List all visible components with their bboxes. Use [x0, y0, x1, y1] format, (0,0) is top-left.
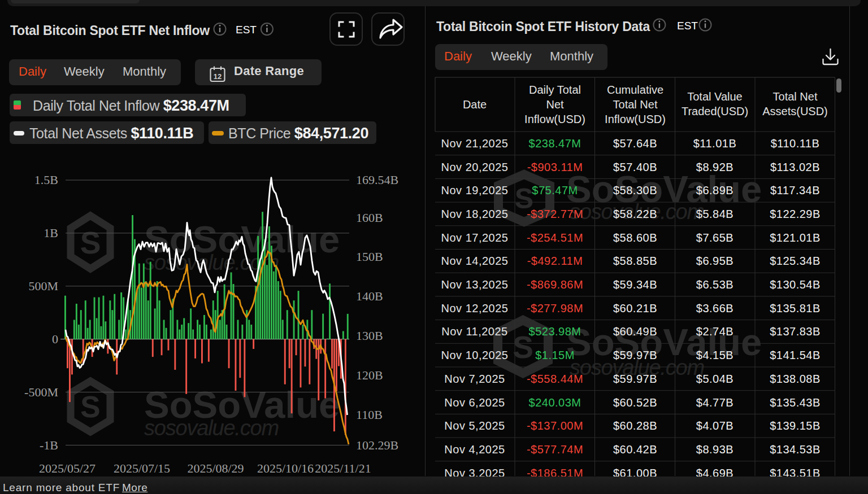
svg-text:$238.47M: $238.47M: [529, 137, 581, 150]
svg-text:Nov 4,2025: Nov 4,2025: [444, 443, 505, 456]
svg-text:1B: 1B: [44, 226, 58, 240]
svg-text:$57.64B: $57.64B: [613, 137, 657, 150]
svg-text:-1B: -1B: [40, 438, 58, 452]
svg-text:$122.29B: $122.29B: [770, 208, 821, 220]
svg-text:$60.42B: $60.42B: [613, 443, 657, 456]
svg-text:-$137.00M: -$137.00M: [527, 419, 583, 432]
svg-text:130B: 130B: [356, 329, 383, 343]
svg-text:Nov 17,2025: Nov 17,2025: [441, 231, 509, 244]
svg-text:-$903.11M: -$903.11M: [527, 161, 583, 173]
svg-text:Nov 20,2025: Nov 20,2025: [441, 161, 509, 173]
svg-text:$138.08B: $138.08B: [770, 373, 821, 385]
svg-text:2025/07/15: 2025/07/15: [114, 461, 170, 475]
svg-text:$125.34B: $125.34B: [770, 255, 821, 267]
svg-text:$130.54B: $130.54B: [770, 278, 821, 291]
svg-text:102.29B: 102.29B: [356, 438, 398, 452]
svg-text:2025/08/29: 2025/08/29: [187, 461, 244, 475]
svg-text:$4.07B: $4.07B: [696, 419, 734, 432]
svg-text:160B: 160B: [356, 211, 383, 225]
svg-text:$59.34B: $59.34B: [613, 278, 657, 291]
svg-text:$58.22B: $58.22B: [613, 208, 657, 220]
svg-text:$137.83B: $137.83B: [770, 325, 821, 338]
svg-text:$134.53B: $134.53B: [770, 443, 821, 456]
svg-text:$117.34B: $117.34B: [770, 184, 820, 196]
svg-text:-$577.74M: -$577.74M: [527, 443, 583, 456]
svg-text:2025/05/27: 2025/05/27: [39, 461, 96, 475]
svg-text:$523.98M: $523.98M: [529, 325, 581, 338]
svg-text:-$869.86M: -$869.86M: [527, 278, 583, 291]
svg-text:$5.04B: $5.04B: [696, 373, 734, 385]
svg-text:Nov 18,2025: Nov 18,2025: [441, 208, 509, 220]
svg-text:Total Net: Total Net: [773, 90, 818, 103]
svg-text:S: S: [80, 225, 101, 260]
svg-text:-500M: -500M: [24, 385, 58, 399]
svg-text:Traded(USD): Traded(USD): [682, 105, 748, 117]
svg-text:Nov 7,2025: Nov 7,2025: [444, 373, 505, 385]
svg-text:$60.21B: $60.21B: [613, 302, 657, 314]
svg-text:$59.97B: $59.97B: [613, 349, 657, 361]
svg-text:$6.53B: $6.53B: [696, 278, 734, 291]
svg-text:$58.85B: $58.85B: [613, 255, 657, 267]
svg-text:$5.84B: $5.84B: [696, 208, 734, 220]
svg-text:120B: 120B: [356, 368, 383, 382]
svg-text:Nov 6,2025: Nov 6,2025: [444, 396, 505, 409]
svg-text:$1.15M: $1.15M: [535, 349, 575, 361]
svg-text:$113.02B: $113.02B: [770, 161, 820, 173]
svg-text:110B: 110B: [356, 408, 383, 422]
svg-text:$57.40B: $57.40B: [613, 161, 657, 173]
svg-text:$4.15B: $4.15B: [696, 349, 734, 361]
svg-text:Nov 21,2025: Nov 21,2025: [441, 137, 509, 150]
svg-text:12: 12: [214, 72, 222, 81]
svg-text:Nov 5,2025: Nov 5,2025: [444, 419, 505, 432]
svg-text:-$492.11M: -$492.11M: [527, 255, 583, 267]
svg-text:$135.43B: $135.43B: [770, 396, 821, 409]
svg-text:S: S: [80, 390, 100, 423]
svg-text:$4.77B: $4.77B: [696, 396, 734, 409]
svg-text:Nov 11,2025: Nov 11,2025: [441, 325, 507, 338]
svg-text:$240.03M: $240.03M: [529, 396, 581, 409]
svg-text:$6.95B: $6.95B: [696, 255, 734, 267]
svg-text:150B: 150B: [356, 250, 383, 264]
svg-text:Inflow(USD): Inflow(USD): [524, 113, 585, 125]
svg-text:$75.47M: $75.47M: [532, 184, 578, 196]
svg-text:$60.52B: $60.52B: [613, 396, 657, 409]
svg-text:$8.93B: $8.93B: [696, 443, 734, 456]
svg-text:$3.66B: $3.66B: [696, 302, 734, 314]
svg-text:-$558.44M: -$558.44M: [527, 373, 583, 385]
svg-text:Nov 13,2025: Nov 13,2025: [441, 278, 509, 291]
svg-text:Nov 14,2025: Nov 14,2025: [441, 255, 509, 267]
svg-text:Total Net: Total Net: [613, 98, 658, 111]
svg-text:Inflow(USD): Inflow(USD): [605, 113, 666, 125]
svg-text:140B: 140B: [356, 289, 383, 303]
svg-text:-$372.77M: -$372.77M: [527, 208, 583, 220]
svg-text:$6.89B: $6.89B: [696, 184, 734, 196]
svg-text:$135.81B: $135.81B: [770, 302, 821, 314]
svg-text:Nov 19,2025: Nov 19,2025: [441, 184, 509, 196]
svg-text:Net: Net: [546, 98, 564, 111]
svg-text:-$277.98M: -$277.98M: [527, 302, 583, 314]
svg-text:$7.65B: $7.65B: [696, 231, 734, 244]
svg-text:$58.60B: $58.60B: [613, 231, 657, 244]
svg-text:500M: 500M: [28, 279, 58, 293]
svg-text:$11.01B: $11.01B: [693, 137, 737, 150]
svg-text:$110.11B: $110.11B: [771, 137, 820, 150]
svg-text:$60.49B: $60.49B: [613, 325, 657, 338]
svg-text:$60.28B: $60.28B: [613, 419, 657, 432]
svg-text:-$254.51M: -$254.51M: [527, 231, 583, 244]
svg-text:2025/10/16: 2025/10/16: [257, 461, 314, 475]
svg-text:$139.15B: $139.15B: [770, 419, 821, 432]
svg-text:sosovalue.com: sosovalue.com: [144, 416, 279, 440]
svg-text:$8.92B: $8.92B: [696, 161, 734, 173]
svg-text:Assets(USD): Assets(USD): [762, 105, 828, 117]
svg-text:169.54B: 169.54B: [356, 173, 398, 187]
svg-text:Total Value: Total Value: [687, 90, 742, 103]
svg-text:1.5B: 1.5B: [34, 173, 58, 187]
svg-text:Nov 10,2025: Nov 10,2025: [441, 349, 509, 361]
svg-text:$59.97B: $59.97B: [613, 373, 657, 385]
svg-text:2025/11/21: 2025/11/21: [315, 461, 371, 475]
svg-text:Nov 12,2025: Nov 12,2025: [441, 302, 509, 314]
svg-text:Date: Date: [463, 98, 487, 111]
svg-text:$141.54B: $141.54B: [770, 349, 821, 361]
svg-text:$2.74B: $2.74B: [696, 325, 734, 338]
svg-text:$121.01B: $121.01B: [770, 231, 821, 244]
